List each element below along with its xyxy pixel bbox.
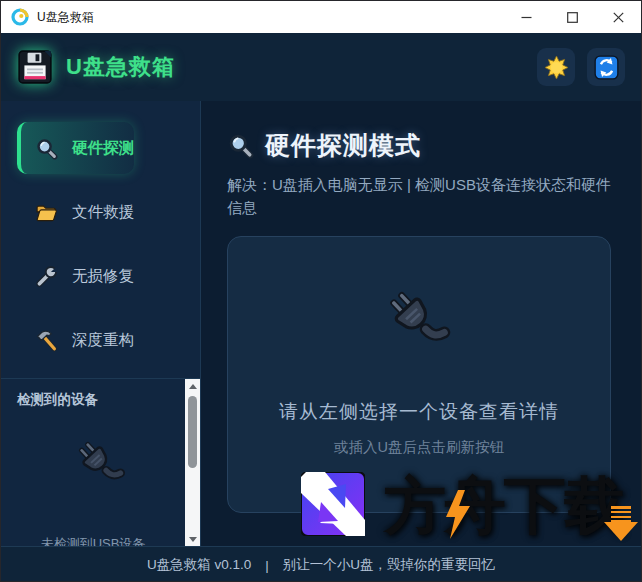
refresh-icon (594, 55, 619, 80)
scroll-down-arrow[interactable] (185, 532, 200, 546)
scroll-up-arrow[interactable] (185, 379, 200, 393)
body-row: 硬件探测 文件救援 无损修复 (1, 101, 641, 546)
hammer-icon (35, 329, 58, 352)
empty-device-note: 未检测到USB设备 (1, 535, 185, 546)
sidebar: 硬件探测 文件救援 无损修复 (1, 101, 201, 546)
magnifier-icon (227, 132, 254, 159)
wrench-icon (35, 265, 58, 288)
footer-slogan: 别让一个小U盘，毁掉你的重要回忆 (283, 556, 495, 574)
detected-devices-panel: 检测到的设备 未检测到USB设备 (1, 378, 200, 546)
footer-separator: | (265, 558, 269, 573)
floppy-disk-icon (17, 49, 53, 85)
sidebar-item-label: 深度重构 (72, 330, 134, 351)
scrollbar-thumb[interactable] (188, 396, 197, 468)
app-logo-icon (11, 8, 29, 26)
sun-icon (544, 55, 569, 80)
detected-devices-heading: 检测到的设备 (17, 391, 185, 409)
header-actions (537, 48, 625, 86)
app-header: U盘急救箱 (1, 33, 641, 101)
sidebar-item-lossless-repair[interactable]: 无损修复 (17, 250, 134, 302)
sidebar-item-deep-rebuild[interactable]: 深度重构 (17, 314, 134, 366)
titlebar: U盘急救箱 (1, 1, 641, 33)
sidebar-nav: 硬件探测 文件救援 无损修复 (1, 101, 200, 378)
sidebar-scrollbar[interactable] (185, 379, 200, 546)
sidebar-item-label: 无损修复 (72, 266, 134, 287)
maximize-button[interactable] (549, 1, 595, 33)
plug-icon (380, 283, 458, 361)
window-controls (503, 1, 641, 33)
main-panel: 硬件探测模式 解决：U盘插入电脑无显示 | 检测USB设备连接状态和硬件信息 请 (201, 101, 641, 546)
minimize-icon (521, 12, 532, 23)
refresh-button[interactable] (587, 48, 625, 86)
theme-toggle-button[interactable] (537, 48, 575, 86)
plug-icon (71, 435, 131, 495)
empty-state-primary-text: 请从左侧选择一个设备查看详情 (279, 399, 559, 425)
minimize-button[interactable] (503, 1, 549, 33)
sidebar-item-file-rescue[interactable]: 文件救援 (17, 186, 134, 238)
magnifier-icon (35, 137, 58, 160)
device-detail-empty-card: 请从左侧选择一个设备查看详情 或插入U盘后点击刷新按钮 (227, 236, 611, 513)
sidebar-item-hardware-detect[interactable]: 硬件探测 (17, 122, 134, 174)
status-footer: U盘急救箱 v0.1.0 | 别让一个小U盘，毁掉你的重要回忆 (1, 546, 641, 582)
empty-state-secondary-text: 或插入U盘后点击刷新按钮 (334, 438, 504, 457)
mode-title: 硬件探测模式 (265, 129, 421, 162)
app-title: U盘急救箱 (66, 52, 175, 82)
close-button[interactable] (595, 1, 641, 33)
maximize-icon (567, 12, 578, 23)
footer-version: U盘急救箱 v0.1.0 (147, 556, 251, 574)
sidebar-item-label: 硬件探测 (72, 138, 134, 159)
app-window: U盘急救箱 U盘急救箱 (0, 0, 642, 582)
sidebar-item-label: 文件救援 (72, 202, 134, 223)
close-icon (613, 12, 624, 23)
mode-header: 硬件探测模式 (227, 129, 619, 162)
mode-description: 解决：U盘插入电脑无显示 | 检测USB设备连接状态和硬件信息 (227, 174, 619, 219)
window-title: U盘急救箱 (37, 9, 94, 26)
folder-icon (35, 201, 58, 224)
